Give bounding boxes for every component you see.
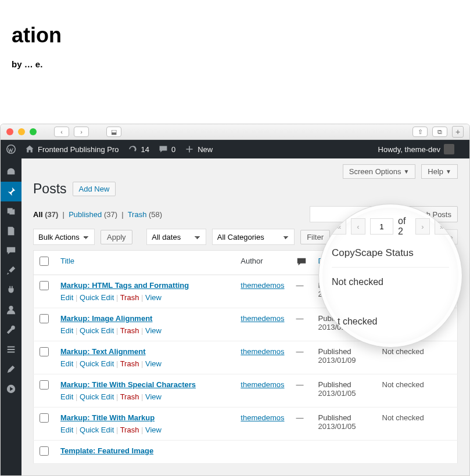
menu-custom-1[interactable] xyxy=(1,359,21,379)
date-cell: Published2013/01/05 xyxy=(313,374,376,408)
help-button[interactable]: Help▼ xyxy=(421,164,458,179)
col-comments[interactable] xyxy=(290,251,313,275)
filter-button[interactable]: Filter xyxy=(300,230,330,244)
edit-link[interactable]: Edit xyxy=(60,293,73,302)
post-title-link[interactable]: Markup: Title With Special Characters xyxy=(60,380,196,389)
chevron-down-icon: ▼ xyxy=(403,168,409,175)
mag-value-1: Not checked xyxy=(332,277,449,287)
row-actions: Edit | Quick Edit | Trash | View xyxy=(60,359,229,368)
edit-link[interactable]: Edit xyxy=(60,359,73,368)
edit-link[interactable]: Edit xyxy=(60,392,73,401)
row-checkbox[interactable] xyxy=(40,413,49,423)
row-checkbox[interactable] xyxy=(40,347,49,356)
copyscape-cell: Not checked xyxy=(376,408,458,441)
select-all-checkbox[interactable] xyxy=(40,257,49,266)
author-link[interactable]: themedemos xyxy=(241,413,284,422)
pen-icon xyxy=(6,364,16,374)
view-link[interactable]: View xyxy=(145,326,162,335)
author-link[interactable]: themedemos xyxy=(241,380,284,389)
browser-forward-button[interactable]: › xyxy=(74,127,89,137)
window-minimize-icon[interactable] xyxy=(18,128,25,135)
menu-custom-2[interactable] xyxy=(1,379,21,399)
trash-link[interactable]: Trash xyxy=(120,293,139,302)
browser-back-button[interactable]: ‹ xyxy=(54,127,69,137)
browser-new-tab-button[interactable]: + xyxy=(452,126,464,138)
row-actions: Edit | Quick Edit | Trash | View xyxy=(60,326,229,335)
menu-settings[interactable] xyxy=(1,340,21,359)
view-link[interactable]: View xyxy=(145,359,162,368)
view-link[interactable]: View xyxy=(145,425,162,434)
view-link[interactable]: View xyxy=(145,293,162,302)
trash-link[interactable]: Trash xyxy=(120,359,139,368)
menu-plugins[interactable] xyxy=(1,280,21,300)
trash-link[interactable]: Trash xyxy=(120,326,139,335)
view-link[interactable]: View xyxy=(145,392,162,401)
window-zoom-icon[interactable] xyxy=(30,128,37,135)
menu-dashboard[interactable] xyxy=(1,162,21,182)
apply-button[interactable]: Apply xyxy=(101,230,132,244)
pages-icon xyxy=(6,226,16,236)
browser-tabs-button[interactable]: ⧉ xyxy=(432,127,447,137)
new-content-link[interactable]: New xyxy=(185,145,213,154)
howdy-account[interactable]: Howdy, theme-dev xyxy=(378,144,454,154)
menu-pages[interactable] xyxy=(1,221,21,241)
edit-link[interactable]: Edit xyxy=(60,326,73,335)
col-author[interactable]: Author xyxy=(235,251,290,275)
mag-value-2: t checked xyxy=(338,316,449,327)
author-link[interactable]: themedemos xyxy=(241,314,284,323)
quick-edit-link[interactable]: Quick Edit xyxy=(80,326,114,335)
add-new-button[interactable]: Add New xyxy=(73,182,116,196)
trash-link[interactable]: Trash xyxy=(120,392,139,401)
comments-link[interactable]: 0 xyxy=(159,145,175,154)
wp-logo-icon[interactable] xyxy=(6,145,16,154)
category-filter-select[interactable]: All Categories xyxy=(212,229,295,245)
edit-link[interactable]: Edit xyxy=(60,425,73,434)
play-icon xyxy=(6,384,16,394)
chevron-down-icon: ▼ xyxy=(446,168,451,175)
mag-page-next[interactable]: › xyxy=(415,218,430,235)
row-actions: Edit | Quick Edit | Trash | View xyxy=(60,293,229,302)
menu-tools[interactable] xyxy=(1,320,21,340)
row-checkbox[interactable] xyxy=(40,446,49,456)
mag-column-header: CopyScape Status xyxy=(332,247,449,268)
filter-trash[interactable]: Trash (58) xyxy=(128,210,163,219)
filter-all[interactable]: All (37) xyxy=(33,210,58,219)
screen-options-button[interactable]: Screen Options▼ xyxy=(343,164,416,179)
menu-posts[interactable] xyxy=(1,182,21,201)
post-title-link[interactable]: Markup: HTML Tags and Formatting xyxy=(60,281,189,290)
trash-link[interactable]: Trash xyxy=(120,425,139,434)
bulk-actions-select[interactable]: Bulk Actions xyxy=(33,229,95,245)
row-actions: Edit | Quick Edit | Trash | View xyxy=(60,425,229,434)
date-filter-select[interactable]: All dates xyxy=(146,229,206,245)
mag-page-input[interactable] xyxy=(370,218,393,235)
post-title-link[interactable]: Markup: Image Alignment xyxy=(60,314,152,323)
quick-edit-link[interactable]: Quick Edit xyxy=(80,392,114,401)
author-link[interactable]: themedemos xyxy=(241,347,284,356)
updates-link[interactable]: 14 xyxy=(128,145,149,154)
menu-comments[interactable] xyxy=(1,241,21,261)
quick-edit-link[interactable]: Quick Edit xyxy=(80,293,114,302)
row-checkbox[interactable] xyxy=(40,314,49,323)
col-title[interactable]: Title xyxy=(55,251,235,275)
post-title-link[interactable]: Markup: Title With Markup xyxy=(60,413,155,422)
mag-page-prev[interactable]: ‹ xyxy=(351,218,365,235)
menu-media[interactable] xyxy=(1,201,21,221)
quick-edit-link[interactable]: Quick Edit xyxy=(80,425,114,434)
comments-count: — xyxy=(290,408,313,441)
author-link[interactable]: themedemos xyxy=(241,281,284,290)
page-hero-desc: by … e. xyxy=(12,59,458,69)
browser-share-button[interactable]: ⇧ xyxy=(412,127,428,137)
site-link[interactable]: Frontend Publishing Pro xyxy=(25,145,119,154)
post-title-link[interactable]: Markup: Text Alignment xyxy=(60,347,146,356)
menu-users[interactable] xyxy=(1,300,21,320)
row-checkbox[interactable] xyxy=(40,380,49,390)
comment-icon xyxy=(296,257,307,267)
wp-admin-bar: Frontend Publishing Pro 14 0 New Howdy, … xyxy=(1,140,469,158)
post-title-link[interactable]: Template: Featured Image xyxy=(60,446,153,455)
row-checkbox[interactable] xyxy=(40,281,49,290)
menu-appearance[interactable] xyxy=(1,261,21,280)
filter-published[interactable]: Published (37) xyxy=(69,210,117,219)
window-close-icon[interactable] xyxy=(6,128,13,135)
quick-edit-link[interactable]: Quick Edit xyxy=(80,359,114,368)
browser-sidebar-button[interactable]: ⬓ xyxy=(106,127,121,137)
